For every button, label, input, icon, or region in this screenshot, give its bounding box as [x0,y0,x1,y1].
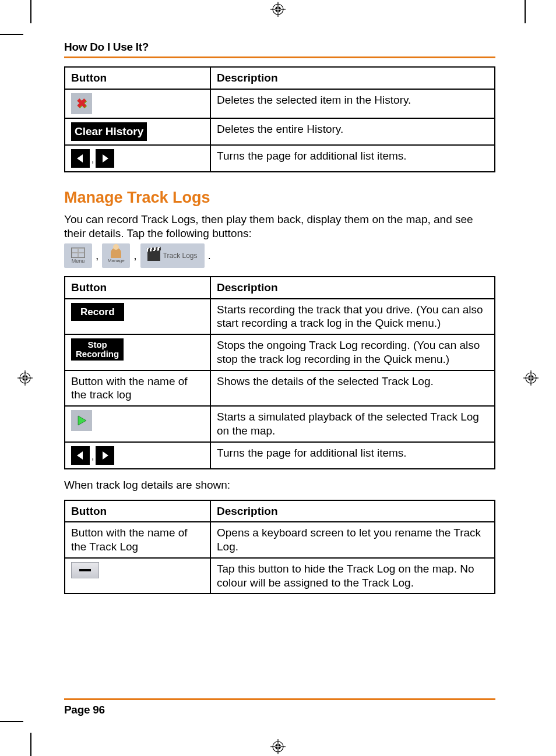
table-header-row: Button Description [65,500,495,522]
crop-mark [30,733,31,756]
page-footer: Page 96 [64,698,495,716]
table-header-row: Button Description [65,277,495,299]
manage-label: Manage [108,258,125,263]
desc-cell: Starts recording the track that you driv… [210,299,495,335]
separator-comma: , [96,249,98,262]
svg-marker-24 [77,154,83,162]
registration-mark-icon [523,370,539,386]
breadcrumb: Menu , Manage , Track Logs . [64,243,495,268]
hide-tracklog-button-cell [65,558,210,594]
col-header-description: Description [210,500,495,522]
tracklogs-button-icon: Track Logs [140,243,205,268]
prev-page-icon [71,149,90,168]
section-heading: Manage Track Logs [64,189,495,207]
page-nav-button-cell: , [65,442,210,469]
page-nav-buttons: , [71,446,114,465]
tracklogs-label: Track Logs [163,252,198,260]
table-row: Record Starts recording the track that y… [65,299,495,335]
separator-comma: , [92,154,94,172]
col-header-button: Button [65,67,210,89]
table-row: , Turns the page for additional list ite… [65,145,495,172]
named-tracklog-button-cell: Button with the name of the Track Log [65,522,210,558]
manage-button-icon: Manage [102,243,130,268]
desc-cell: Deletes the entire History. [210,118,495,145]
tracklog-buttons-table: Button Description Record Starts recordi… [64,276,495,469]
table-row: Tap this button to hide the Track Log on… [65,558,495,594]
desc-cell: Turns the page for additional list items… [210,145,495,172]
table-row: Button with the name of the track log Sh… [65,370,495,407]
next-page-icon [96,446,114,465]
stop-recording-button: StopRecording [71,338,124,361]
record-button: Record [71,303,124,321]
page-number: Page 96 [64,704,105,716]
hide-tracklog-icon [71,562,99,578]
crop-mark [0,721,23,722]
table-row: Clear History Deletes the entire History… [65,118,495,145]
col-header-button: Button [65,277,210,299]
prev-page-icon [71,446,90,465]
desc-cell: Stops the ongoing Track Log recording. (… [210,334,495,370]
named-tracklog-button-cell: Button with the name of the track log [65,370,210,407]
page-nav-buttons: , [71,149,114,168]
table-row: Starts a simulated playback of the selec… [65,406,495,442]
desc-cell: Tap this button to hide the Track Log on… [210,558,495,594]
crop-mark [0,34,23,35]
crop-mark [30,0,31,23]
registration-mark-icon [270,739,286,754]
play-icon [71,410,92,431]
next-page-icon [96,149,114,168]
terminal-period: . [208,249,211,262]
col-header-description: Description [210,277,495,299]
section-intro: You can record Track Logs, then play the… [64,213,495,241]
desc-cell: Opens a keyboard screen to let you renam… [210,522,495,558]
table-row: , Turns the page for additional list ite… [65,442,495,469]
history-buttons-table: Button Description ✖ Deletes the selecte… [64,66,495,172]
table-row: ✖ Deletes the selected item in the Histo… [65,89,495,118]
separator-comma: , [133,249,136,262]
clear-history-button-cell: Clear History [65,118,210,145]
svg-marker-27 [77,451,83,460]
delete-item-icon: ✖ [71,93,92,114]
clear-history-button: Clear History [71,122,147,141]
desc-cell: Shows the details of the selected Track … [210,370,495,407]
page-content: How Do I Use It? Button Description ✖ De… [64,41,495,594]
separator-comma: , [92,451,94,469]
table-row: Button with the name of the Track Log Op… [65,522,495,558]
playback-button-cell [65,406,210,442]
stop-recording-button-cell: StopRecording [65,334,210,370]
svg-marker-26 [78,416,86,425]
desc-cell: Turns the page for additional list items… [210,442,495,469]
page-nav-button-cell: , [65,145,210,172]
desc-cell: Starts a simulated playback of the selec… [210,406,495,442]
intermission-text: When track log details are shown: [64,479,495,492]
delete-item-button-cell: ✖ [65,89,210,118]
tracklog-details-table: Button Description Button with the name … [64,500,495,595]
col-header-description: Description [210,67,495,89]
record-button-cell: Record [65,299,210,335]
svg-marker-28 [103,451,108,460]
registration-mark-icon [270,2,286,17]
menu-label: Menu [72,258,85,264]
running-head: How Do I Use It? [64,41,495,58]
crop-mark [525,0,526,23]
table-header-row: Button Description [65,67,495,89]
desc-cell: Deletes the selected item in the History… [210,89,495,118]
menu-button-icon: Menu [64,243,92,268]
registration-mark-icon [17,370,33,386]
col-header-button: Button [65,500,210,522]
table-row: StopRecording Stops the ongoing Track Lo… [65,334,495,370]
svg-marker-25 [103,154,108,162]
